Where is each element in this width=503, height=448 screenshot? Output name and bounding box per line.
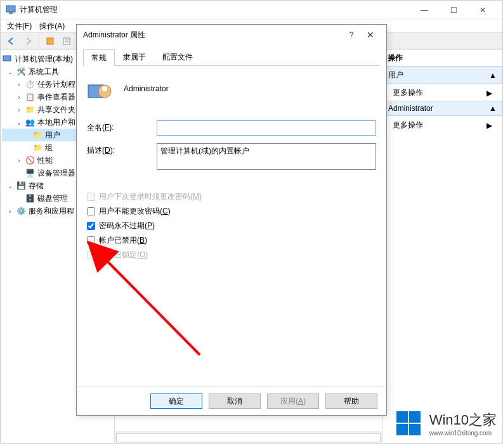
checkbox-never-expire-input[interactable]	[87, 222, 95, 230]
apply-button[interactable]: 应用(A)	[267, 394, 319, 409]
actions-link-label: 更多操作	[393, 87, 423, 98]
checkbox-account-disabled-input[interactable]	[87, 236, 95, 245]
dialog-body: 常规 隶属于 配置文件 Administrator 全名(F): 描述(D): …	[77, 45, 386, 375]
tree-label: 共享文件夹	[37, 105, 75, 115]
actions-group-label: 用户	[388, 70, 403, 80]
expand-icon[interactable]: ›	[7, 208, 13, 215]
description-row: 描述(D): 管理计算机(域)的内置帐户	[87, 143, 376, 170]
svg-rect-14	[409, 424, 421, 435]
svg-rect-2	[47, 38, 53, 44]
actions-group-label: Administrator	[388, 104, 433, 113]
fullname-input[interactable]	[157, 120, 376, 136]
tools-icon: 🛠️	[16, 67, 26, 77]
checkbox-never-expire[interactable]: 密码永不过期(P)	[87, 221, 376, 231]
watermark-title: Win10之家	[429, 411, 497, 430]
event-icon: 📋	[25, 92, 35, 102]
toolbar-separator	[39, 35, 39, 48]
svg-rect-11	[396, 411, 408, 423]
tree-label: 设备管理器	[37, 168, 75, 179]
actions-header: 操作	[382, 50, 502, 67]
actions-group-admin[interactable]: Administrator ▲	[382, 101, 502, 116]
dialog-close-button[interactable]: ✕	[361, 30, 380, 40]
users-icon: 👥	[25, 117, 35, 127]
tree-label: 计算机管理(本地)	[15, 54, 73, 65]
expand-icon[interactable]: ›	[16, 94, 22, 101]
titlebar: 计算机管理 — ☐ ✕	[1, 1, 502, 20]
minimize-button[interactable]: —	[410, 1, 439, 20]
checkbox-label: 帐户已禁用(B)	[99, 235, 147, 246]
close-window-button[interactable]: ✕	[468, 1, 497, 20]
tree-label: 组	[45, 143, 53, 153]
tree-label: 本地用户和	[37, 117, 75, 128]
expand-icon[interactable]: ›	[16, 157, 22, 164]
actions-link-label: 更多操作	[393, 120, 423, 131]
collapse-icon[interactable]: ⌄	[7, 182, 13, 189]
back-button[interactable]	[4, 34, 18, 48]
checkbox-label: 帐户已锁定(O)	[99, 250, 148, 260]
window-controls: — ☐ ✕	[410, 1, 497, 20]
folder-icon: 📁	[32, 130, 42, 140]
window-title: 计算机管理	[20, 4, 410, 15]
collapse-icon: ▲	[489, 104, 497, 113]
dialog-help-button[interactable]: ?	[342, 30, 361, 39]
ok-button[interactable]: 确定	[150, 394, 202, 409]
watermark-url: www.win10xitong.com	[429, 430, 497, 437]
disk-icon: 🗄️	[25, 193, 35, 203]
dialog-title: Administrator 属性	[83, 30, 342, 41]
collapse-icon[interactable]: ⌄	[16, 119, 22, 126]
chevron-right-icon: ▶	[487, 89, 492, 98]
computer-icon	[2, 54, 12, 64]
collapse-icon: ▲	[489, 71, 497, 80]
tree-label: 性能	[37, 155, 53, 166]
maximize-button[interactable]: ☐	[439, 1, 468, 20]
tab-content-general: Administrator 全名(F): 描述(D): 管理计算机(域)的内置帐…	[83, 66, 380, 370]
dialog-button-row: 确定 取消 应用(A) 帮助	[77, 387, 386, 415]
windows-logo-icon	[395, 409, 424, 438]
tab-general[interactable]: 常规	[83, 49, 115, 66]
checkbox-account-locked: 帐户已锁定(O)	[87, 250, 376, 260]
menu-file[interactable]: 文件(F)	[7, 21, 32, 31]
storage-icon: 💾	[16, 181, 26, 191]
checkbox-label: 用户下次登录时须更改密码(M)	[99, 191, 202, 202]
tab-member-of[interactable]: 隶属于	[115, 49, 154, 65]
svg-rect-12	[409, 411, 421, 423]
expand-icon[interactable]: ›	[16, 81, 22, 88]
horizontal-scrollbar[interactable]	[115, 432, 382, 443]
dialog-titlebar: Administrator 属性 ? ✕	[77, 25, 386, 45]
tree-label: 磁盘管理	[37, 193, 68, 204]
fullname-label: 全名(F):	[87, 120, 157, 133]
checkbox-label: 用户不能更改密码(C)	[99, 206, 171, 217]
actions-more-2[interactable]: 更多操作 ▶	[382, 117, 502, 133]
performance-icon: 🚫	[25, 155, 35, 165]
properties-dialog: Administrator 属性 ? ✕ 常规 隶属于 配置文件 Adminis…	[76, 24, 387, 416]
tab-profile[interactable]: 配置文件	[154, 49, 201, 65]
description-input[interactable]: 管理计算机(域)的内置帐户	[157, 143, 376, 170]
cancel-button[interactable]: 取消	[209, 394, 261, 409]
tree-label: 服务和应用程	[29, 206, 74, 217]
collapse-icon[interactable]: ⌄	[7, 68, 13, 75]
tree-label: 系统工具	[29, 67, 59, 77]
chevron-right-icon: ▶	[487, 121, 492, 130]
svg-rect-1	[9, 12, 13, 14]
user-header: Administrator	[87, 76, 376, 101]
watermark: Win10之家 www.win10xitong.com	[395, 409, 497, 438]
actions-more-1[interactable]: 更多操作 ▶	[382, 85, 502, 101]
svg-point-9	[102, 86, 107, 91]
checkbox-account-disabled[interactable]: 帐户已禁用(B)	[87, 235, 376, 246]
help-button[interactable]: 帮助	[325, 394, 377, 409]
checkbox-cannot-change-input[interactable]	[87, 207, 95, 215]
tree-label: 存储	[29, 181, 44, 191]
device-icon: 🖥️	[25, 168, 35, 178]
properties-button[interactable]	[60, 34, 74, 48]
forward-button[interactable]	[21, 34, 35, 48]
tree-label: 用户	[45, 130, 60, 141]
actions-group-users[interactable]: 用户 ▲	[382, 67, 502, 84]
menu-action[interactable]: 操作(A)	[39, 21, 65, 31]
expand-icon[interactable]: ›	[16, 106, 22, 113]
svg-rect-3	[63, 38, 70, 44]
checkbox-change-password-input	[87, 193, 95, 201]
actions-panel: 操作 用户 ▲ 更多操作 ▶ Administrator ▲ 更多操作 ▶	[382, 50, 502, 443]
checkbox-label: 密码永不过期(P)	[99, 221, 155, 231]
checkbox-cannot-change[interactable]: 用户不能更改密码(C)	[87, 206, 376, 217]
new-button[interactable]	[43, 34, 57, 48]
